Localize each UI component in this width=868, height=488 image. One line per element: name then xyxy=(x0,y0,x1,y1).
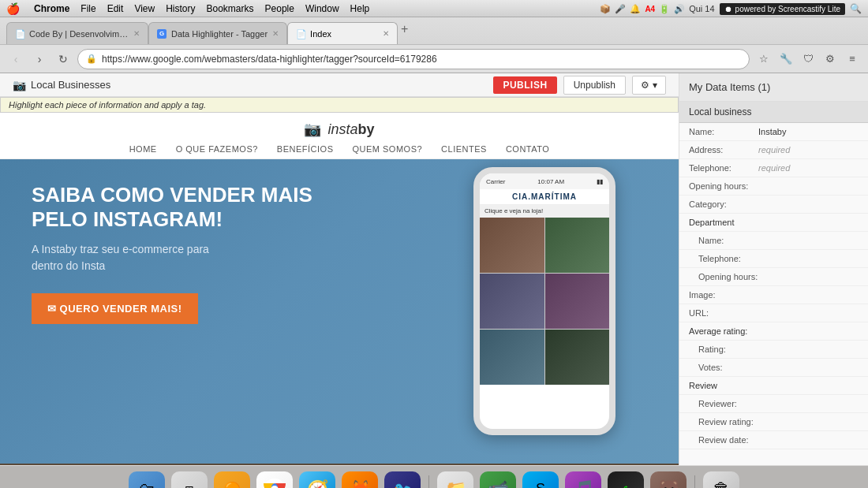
phone-carrier: Carrier xyxy=(486,178,505,185)
settings-button[interactable]: ⚙ ▾ xyxy=(632,76,666,95)
dock-item-launchpad[interactable]: ⊞ xyxy=(171,471,208,489)
tooltip-text: Highlight each piece of information and … xyxy=(9,100,206,110)
hero-cta-button[interactable]: ✉ QUERO VENDER MAIS! xyxy=(32,293,198,324)
mic-icon: 🎤 xyxy=(615,4,626,14)
dock-item-slides[interactable]: 🟠 xyxy=(214,471,250,489)
phone-top-bar: Carrier 10:07 AM ▮▮ xyxy=(480,173,609,189)
panel-value-name: Instaby xyxy=(758,127,786,136)
panel-field-category: Category: xyxy=(679,196,868,214)
panel-field-rating: Rating: xyxy=(679,341,868,359)
forward-button[interactable]: › xyxy=(30,50,49,69)
panel-label-review-rating: Review rating: xyxy=(698,417,754,427)
bookmark-icon[interactable]: ☆ xyxy=(754,50,773,69)
panel-field-review: Review xyxy=(679,377,868,395)
menu-file[interactable]: File xyxy=(80,3,95,14)
tab-close-2[interactable]: ✕ xyxy=(383,29,389,38)
search-icon[interactable]: 🔍 xyxy=(850,3,862,14)
nav-link-home[interactable]: HOME xyxy=(129,144,157,154)
gsc-logo: 📷 Local Businesses xyxy=(13,79,110,91)
menu-icon[interactable]: ≡ xyxy=(843,50,862,69)
dock-item-skype[interactable]: S xyxy=(522,471,559,489)
extension-icon-2[interactable]: 🛡 xyxy=(799,50,817,69)
publish-button[interactable]: PUBLISH xyxy=(493,76,556,94)
panel-label-name: Name: xyxy=(689,127,752,136)
nav-link-contact[interactable]: CONTATO xyxy=(506,144,549,154)
main-container: 📷 Local Businesses PUBLISH Unpublish ⚙ ▾… xyxy=(0,73,868,465)
panel-label-votes: Votes: xyxy=(698,363,723,372)
panel-field-avgrating: Average rating: xyxy=(679,322,868,341)
tab-favicon-1: G xyxy=(157,29,166,39)
dock-item-trash[interactable]: 🗑 xyxy=(703,471,739,489)
site-nav: 📷 instaby HOME O QUE FAZEMOS? BENEFÍCIOS… xyxy=(0,113,679,159)
browser-chrome: 📄 Code By | Desenvolviment... ✕ G Data H… xyxy=(0,17,868,73)
panel-label-avgrating: Average rating: xyxy=(689,326,752,336)
new-tab-button[interactable]: + xyxy=(401,23,408,39)
panel-label-department: Department xyxy=(689,218,752,227)
extension-icon-3[interactable]: ⚙ xyxy=(821,50,840,69)
panel-field-name: Name: Instaby xyxy=(679,123,868,141)
dock-item-chrome[interactable] xyxy=(256,471,293,489)
phone-grid-item-5 xyxy=(480,330,544,385)
menu-people[interactable]: People xyxy=(265,3,294,14)
camera-icon: 📷 xyxy=(13,79,26,91)
dock-item-bear[interactable]: 🐻 xyxy=(650,471,687,489)
phone-grid xyxy=(480,218,609,385)
menubar-right: 📦 🎤 🔔 A4 🔋 🔊 Qui 14 ⏺ powered by Screenc… xyxy=(600,0,868,17)
panel-value-telephone: required xyxy=(758,163,790,173)
screencastify-label: powered by Screencastify Lite xyxy=(735,5,840,13)
menu-edit[interactable]: Edit xyxy=(107,3,124,14)
nav-bar: ‹ › ↻ 🔒 https://www.google.com/webmaster… xyxy=(0,44,868,73)
tab-0[interactable]: 📄 Code By | Desenvolviment... ✕ xyxy=(6,22,148,44)
panel-field-address: Address: required xyxy=(679,141,868,159)
lock-icon: 🔒 xyxy=(86,54,97,64)
tooltip-bar: Highlight each piece of information and … xyxy=(0,97,679,113)
tab-label-0: Code By | Desenvolviment... xyxy=(29,29,129,39)
tab-close-1[interactable]: ✕ xyxy=(272,29,279,38)
tab-favicon-0: 📄 xyxy=(15,29,24,39)
unpublish-button[interactable]: Unpublish xyxy=(563,76,626,95)
apple-menu[interactable]: 🍎 xyxy=(6,2,20,15)
panel-field-review-date: Review date: xyxy=(679,431,868,449)
gsc-title: Local Businesses xyxy=(31,79,110,91)
tab-bar: 📄 Code By | Desenvolviment... ✕ G Data H… xyxy=(0,17,868,44)
site-nav-links: HOME O QUE FAZEMOS? BENEFÍCIOS QUEM SOMO… xyxy=(0,144,679,154)
dock-item-seabird[interactable]: 🐦 xyxy=(384,471,421,489)
nav-link-what[interactable]: O QUE FAZEMOS? xyxy=(176,144,258,154)
panel-section-title: Local business xyxy=(679,102,868,123)
menu-history[interactable]: History xyxy=(166,3,195,14)
menu-help[interactable]: Help xyxy=(350,3,370,14)
tab-2[interactable]: 📄 Index ✕ xyxy=(287,22,398,44)
volume-icon: 🔊 xyxy=(674,4,685,14)
dock-item-files[interactable]: 📁 xyxy=(437,471,473,489)
gsc-header: 📷 Local Businesses PUBLISH Unpublish ⚙ ▾ xyxy=(0,73,679,97)
back-button[interactable]: ‹ xyxy=(6,50,25,69)
phone-grid-item-6 xyxy=(545,330,610,385)
tab-label-1: Data Highlighter - Tagger xyxy=(171,29,268,39)
menu-bookmarks[interactable]: Bookmarks xyxy=(207,3,254,14)
phone-mockup: Carrier 10:07 AM ▮▮ CIA.MARÍTIMA Clique … xyxy=(473,167,615,435)
address-bar[interactable]: 🔒 https://www.google.com/webmasters/data… xyxy=(77,49,750,69)
dock-item-finder[interactable]: 🗂 xyxy=(129,471,165,489)
extension-icon-1[interactable]: 🔧 xyxy=(776,50,795,69)
dock-item-safari[interactable]: 🧭 xyxy=(299,471,335,489)
dock-item-terminal[interactable]: $ xyxy=(608,471,644,489)
dock-item-firefox[interactable]: 🦊 xyxy=(342,471,378,489)
nav-link-about[interactable]: QUEM SOMOS? xyxy=(352,144,422,154)
nav-link-benefits[interactable]: BENEFÍCIOS xyxy=(277,144,334,154)
hero-title: SAIBA COMO VENDER MAISPELO INSTAGRAM! xyxy=(32,183,312,232)
dock-item-music[interactable]: 🎵 xyxy=(565,471,601,489)
menu-view[interactable]: View xyxy=(134,3,155,14)
reload-button[interactable]: ↻ xyxy=(54,50,73,69)
menu-chrome[interactable]: Chrome xyxy=(34,3,69,14)
screencastify-icon: ⏺ xyxy=(724,5,732,13)
menu-window[interactable]: Window xyxy=(305,3,339,14)
panel-field-telephone: Telephone: required xyxy=(679,159,868,177)
panel-field-dept-tel: Telephone: xyxy=(679,250,868,268)
tab-close-0[interactable]: ✕ xyxy=(133,29,140,38)
dock-item-facetime[interactable]: 📹 xyxy=(480,471,516,489)
nav-link-clients[interactable]: CLIENTES xyxy=(441,144,487,154)
panel-label-rating: Rating: xyxy=(698,345,726,354)
screencastify-badge: ⏺ powered by Screencastify Lite xyxy=(720,3,845,15)
phone-time: 10:07 AM xyxy=(537,178,564,185)
tab-1[interactable]: G Data Highlighter - Tagger ✕ xyxy=(148,22,287,44)
